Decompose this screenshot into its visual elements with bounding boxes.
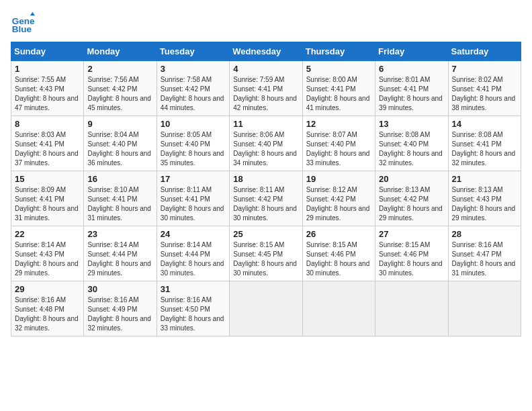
calendar-week-row: 22Sunrise: 8:14 AMSunset: 4:43 PMDayligh… xyxy=(11,226,521,281)
cell-content: Sunrise: 8:08 AMSunset: 4:40 PMDaylight:… xyxy=(379,130,444,168)
cell-content: Sunrise: 8:01 AMSunset: 4:41 PMDaylight:… xyxy=(379,75,444,113)
calendar-cell: 8Sunrise: 8:03 AMSunset: 4:41 PMDaylight… xyxy=(11,116,84,171)
day-number: 5 xyxy=(306,64,371,74)
cell-content: Sunrise: 8:14 AMSunset: 4:44 PMDaylight:… xyxy=(87,240,152,278)
calendar-cell: 25Sunrise: 8:15 AMSunset: 4:45 PMDayligh… xyxy=(230,226,302,281)
day-number: 8 xyxy=(15,119,80,129)
day-number: 20 xyxy=(379,174,444,184)
calendar-cell: 19Sunrise: 8:12 AMSunset: 4:42 PMDayligh… xyxy=(302,171,375,226)
day-number: 2 xyxy=(87,64,152,74)
calendar-cell: 18Sunrise: 8:11 AMSunset: 4:42 PMDayligh… xyxy=(230,171,302,226)
day-number: 4 xyxy=(233,64,298,74)
cell-content: Sunrise: 7:58 AMSunset: 4:42 PMDaylight:… xyxy=(161,75,226,113)
calendar-cell xyxy=(302,281,375,336)
day-number: 23 xyxy=(87,229,152,239)
calendar-cell: 31Sunrise: 8:16 AMSunset: 4:50 PMDayligh… xyxy=(157,281,229,336)
calendar-week-row: 8Sunrise: 8:03 AMSunset: 4:41 PMDaylight… xyxy=(11,116,521,171)
cell-content: Sunrise: 8:05 AMSunset: 4:40 PMDaylight:… xyxy=(161,130,226,168)
day-number: 7 xyxy=(452,64,517,74)
day-number: 24 xyxy=(161,229,226,239)
day-number: 9 xyxy=(87,119,152,129)
cell-content: Sunrise: 8:13 AMSunset: 4:42 PMDaylight:… xyxy=(379,185,444,223)
calendar-day-header: Tuesday xyxy=(157,42,229,61)
svg-text:Blue: Blue xyxy=(12,24,32,34)
cell-content: Sunrise: 8:11 AMSunset: 4:42 PMDaylight:… xyxy=(233,185,298,223)
calendar-day-header: Saturday xyxy=(448,42,521,61)
calendar-cell: 13Sunrise: 8:08 AMSunset: 4:40 PMDayligh… xyxy=(375,116,448,171)
calendar-cell: 3Sunrise: 7:58 AMSunset: 4:42 PMDaylight… xyxy=(157,61,229,116)
calendar-cell: 29Sunrise: 8:16 AMSunset: 4:48 PMDayligh… xyxy=(11,281,84,336)
cell-content: Sunrise: 8:00 AMSunset: 4:41 PMDaylight:… xyxy=(306,75,371,113)
day-number: 17 xyxy=(161,174,226,184)
day-number: 14 xyxy=(452,119,517,129)
cell-content: Sunrise: 8:15 AMSunset: 4:45 PMDaylight:… xyxy=(233,240,298,278)
day-number: 1 xyxy=(15,64,80,74)
calendar-table: SundayMondayTuesdayWednesdayThursdayFrid… xyxy=(11,42,521,336)
calendar-week-row: 29Sunrise: 8:16 AMSunset: 4:48 PMDayligh… xyxy=(11,281,521,336)
day-number: 16 xyxy=(87,174,152,184)
logo-icon: General Blue xyxy=(11,11,35,35)
calendar-cell: 10Sunrise: 8:05 AMSunset: 4:40 PMDayligh… xyxy=(157,116,229,171)
day-number: 11 xyxy=(233,119,298,129)
cell-content: Sunrise: 8:03 AMSunset: 4:41 PMDaylight:… xyxy=(15,130,80,168)
cell-content: Sunrise: 8:04 AMSunset: 4:40 PMDaylight:… xyxy=(87,130,152,168)
cell-content: Sunrise: 8:07 AMSunset: 4:40 PMDaylight:… xyxy=(306,130,371,168)
calendar-body: 1Sunrise: 7:55 AMSunset: 4:43 PMDaylight… xyxy=(11,61,521,336)
calendar-cell: 7Sunrise: 8:02 AMSunset: 4:41 PMDaylight… xyxy=(448,61,521,116)
calendar-cell: 28Sunrise: 8:16 AMSunset: 4:47 PMDayligh… xyxy=(448,226,521,281)
cell-content: Sunrise: 8:14 AMSunset: 4:43 PMDaylight:… xyxy=(15,240,80,278)
cell-content: Sunrise: 8:10 AMSunset: 4:41 PMDaylight:… xyxy=(87,185,152,223)
calendar-cell: 24Sunrise: 8:14 AMSunset: 4:44 PMDayligh… xyxy=(157,226,229,281)
cell-content: Sunrise: 8:11 AMSunset: 4:41 PMDaylight:… xyxy=(161,185,226,223)
calendar-cell: 9Sunrise: 8:04 AMSunset: 4:40 PMDaylight… xyxy=(84,116,157,171)
day-number: 31 xyxy=(161,284,226,294)
cell-content: Sunrise: 7:55 AMSunset: 4:43 PMDaylight:… xyxy=(15,75,80,113)
page-header: General Blue xyxy=(11,11,521,35)
day-number: 18 xyxy=(233,174,298,184)
calendar-cell xyxy=(375,281,448,336)
cell-content: Sunrise: 8:08 AMSunset: 4:41 PMDaylight:… xyxy=(452,130,517,168)
cell-content: Sunrise: 8:09 AMSunset: 4:41 PMDaylight:… xyxy=(15,185,80,223)
day-number: 30 xyxy=(87,284,152,294)
day-number: 27 xyxy=(379,229,444,239)
day-number: 3 xyxy=(161,64,226,74)
calendar-header-row: SundayMondayTuesdayWednesdayThursdayFrid… xyxy=(11,42,521,61)
calendar-cell xyxy=(448,281,521,336)
svg-marker-2 xyxy=(30,12,35,15)
day-number: 26 xyxy=(306,229,371,239)
calendar-day-header: Wednesday xyxy=(230,42,302,61)
calendar-cell: 5Sunrise: 8:00 AMSunset: 4:41 PMDaylight… xyxy=(302,61,375,116)
cell-content: Sunrise: 7:59 AMSunset: 4:41 PMDaylight:… xyxy=(233,75,298,113)
cell-content: Sunrise: 8:16 AMSunset: 4:47 PMDaylight:… xyxy=(452,240,517,278)
calendar-week-row: 15Sunrise: 8:09 AMSunset: 4:41 PMDayligh… xyxy=(11,171,521,226)
calendar-cell: 15Sunrise: 8:09 AMSunset: 4:41 PMDayligh… xyxy=(11,171,84,226)
cell-content: Sunrise: 8:15 AMSunset: 4:46 PMDaylight:… xyxy=(306,240,371,278)
day-number: 28 xyxy=(452,229,517,239)
calendar-day-header: Sunday xyxy=(11,42,84,61)
calendar-cell: 1Sunrise: 7:55 AMSunset: 4:43 PMDaylight… xyxy=(11,61,84,116)
cell-content: Sunrise: 8:06 AMSunset: 4:40 PMDaylight:… xyxy=(233,130,298,168)
cell-content: Sunrise: 8:16 AMSunset: 4:48 PMDaylight:… xyxy=(15,295,80,333)
logo: General Blue xyxy=(11,11,38,35)
day-number: 29 xyxy=(15,284,80,294)
day-number: 10 xyxy=(161,119,226,129)
calendar-cell: 17Sunrise: 8:11 AMSunset: 4:41 PMDayligh… xyxy=(157,171,229,226)
calendar-cell: 6Sunrise: 8:01 AMSunset: 4:41 PMDaylight… xyxy=(375,61,448,116)
calendar-cell: 16Sunrise: 8:10 AMSunset: 4:41 PMDayligh… xyxy=(84,171,157,226)
day-number: 6 xyxy=(379,64,444,74)
calendar-cell: 27Sunrise: 8:15 AMSunset: 4:46 PMDayligh… xyxy=(375,226,448,281)
day-number: 12 xyxy=(306,119,371,129)
calendar-cell: 4Sunrise: 7:59 AMSunset: 4:41 PMDaylight… xyxy=(230,61,302,116)
cell-content: Sunrise: 8:02 AMSunset: 4:41 PMDaylight:… xyxy=(452,75,517,113)
cell-content: Sunrise: 8:14 AMSunset: 4:44 PMDaylight:… xyxy=(161,240,226,278)
calendar-week-row: 1Sunrise: 7:55 AMSunset: 4:43 PMDaylight… xyxy=(11,61,521,116)
day-number: 25 xyxy=(233,229,298,239)
day-number: 15 xyxy=(15,174,80,184)
cell-content: Sunrise: 8:13 AMSunset: 4:43 PMDaylight:… xyxy=(452,185,517,223)
calendar-day-header: Thursday xyxy=(302,42,375,61)
calendar-cell: 21Sunrise: 8:13 AMSunset: 4:43 PMDayligh… xyxy=(448,171,521,226)
calendar-cell: 14Sunrise: 8:08 AMSunset: 4:41 PMDayligh… xyxy=(448,116,521,171)
calendar-cell: 26Sunrise: 8:15 AMSunset: 4:46 PMDayligh… xyxy=(302,226,375,281)
calendar-day-header: Monday xyxy=(84,42,157,61)
cell-content: Sunrise: 8:16 AMSunset: 4:49 PMDaylight:… xyxy=(87,295,152,333)
